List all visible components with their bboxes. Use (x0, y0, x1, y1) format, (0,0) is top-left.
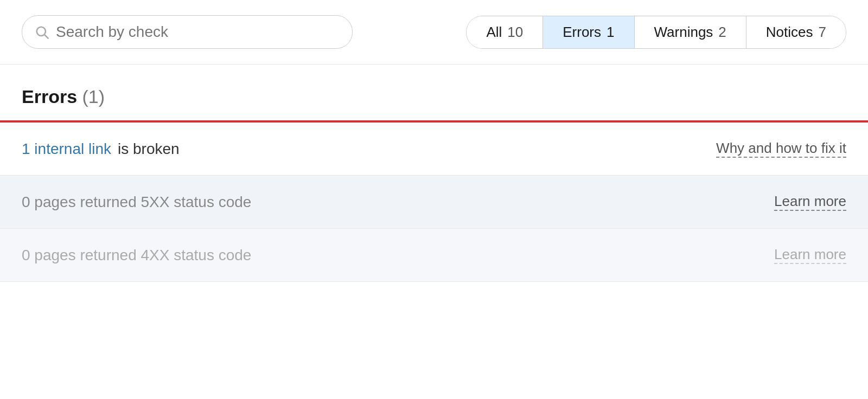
filter-tabs: All 10 Errors 1 Warnings 2 Notices 7 (466, 16, 846, 49)
tab-notices-count: 7 (819, 24, 826, 41)
search-icon (34, 24, 49, 40)
internal-link-part[interactable]: 1 internal link (22, 140, 111, 158)
tab-all-count: 10 (507, 24, 523, 41)
tab-warnings[interactable]: Warnings 2 (635, 16, 746, 48)
4xx-learn-more[interactable]: Learn more (774, 246, 846, 264)
tab-errors-label: Errors (563, 24, 601, 41)
tab-errors-count: 1 (607, 24, 614, 41)
tab-notices[interactable]: Notices 7 (746, 16, 846, 48)
top-bar: All 10 Errors 1 Warnings 2 Notices 7 (0, 0, 868, 65)
search-wrapper[interactable] (22, 15, 353, 49)
check-text-4xx: 0 pages returned 4XX status code (22, 247, 742, 264)
checks-list: 1 internal link is broken Why and how to… (0, 123, 868, 282)
4xx-muted-text: 0 pages returned 4XX status code (22, 247, 251, 264)
tab-all-label: All (486, 24, 502, 41)
check-row-5xx: 0 pages returned 5XX status code Learn m… (0, 176, 868, 229)
tab-warnings-label: Warnings (654, 24, 713, 41)
5xx-learn-more[interactable]: Learn more (774, 193, 846, 211)
check-row-internal-links: 1 internal link is broken Why and how to… (0, 123, 868, 176)
heading-text: Errors (22, 86, 77, 107)
check-text: 1 internal link is broken (22, 140, 684, 158)
internal-link-plain: is broken (118, 140, 180, 158)
svg-line-1 (44, 35, 48, 38)
5xx-muted-text: 0 pages returned 5XX status code (22, 194, 251, 211)
tab-all[interactable]: All 10 (467, 16, 543, 48)
section-heading: Errors (1) (22, 86, 846, 107)
tab-notices-label: Notices (766, 24, 813, 41)
tab-errors[interactable]: Errors 1 (543, 16, 634, 48)
main-content: Errors (1) (0, 65, 868, 107)
tab-warnings-count: 2 (718, 24, 726, 41)
check-text-5xx: 0 pages returned 5XX status code (22, 194, 742, 211)
check-row-4xx: 0 pages returned 4XX status code Learn m… (0, 229, 868, 282)
internal-link-action[interactable]: Why and how to fix it (716, 140, 846, 158)
search-input[interactable] (56, 23, 340, 41)
heading-count: (1) (82, 86, 105, 107)
